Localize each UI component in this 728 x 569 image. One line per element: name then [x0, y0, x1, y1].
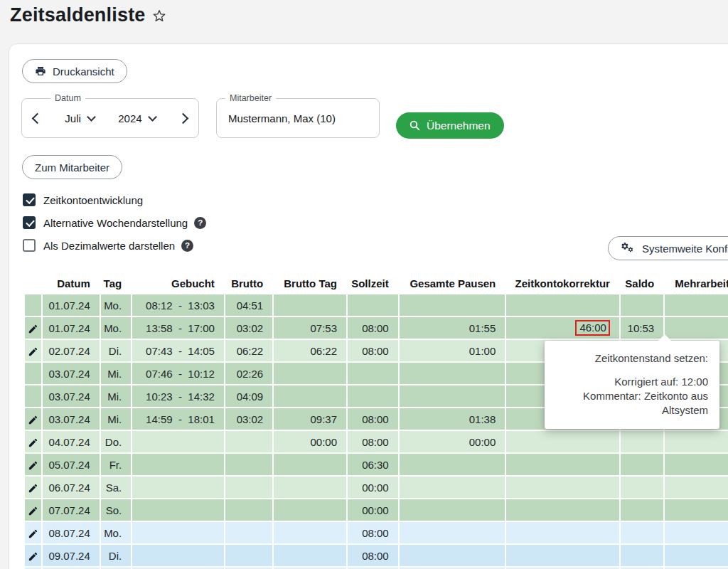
cell-sollzeit: 00:00: [348, 477, 398, 498]
cell-pausen: [400, 363, 505, 384]
help-icon[interactable]: ?: [194, 217, 206, 229]
employee-field[interactable]: Mitarbeiter Mustermann, Max (10): [216, 98, 380, 138]
cell-datum: 06.07.24: [43, 477, 100, 498]
cell-mehr: [665, 294, 728, 316]
apply-label: Übernehmen: [427, 119, 491, 132]
cell-tag: Di.: [101, 545, 131, 566]
checkbox[interactable]: [23, 216, 36, 229]
employee-input[interactable]: Mustermann, Max (10): [228, 112, 336, 124]
month-select[interactable]: Juli: [65, 112, 95, 124]
cell-tag: Mo.: [101, 294, 131, 316]
to-employee-button[interactable]: Zum Mitarbeiter: [22, 155, 122, 179]
previous-month-button[interactable]: [32, 112, 43, 124]
table-row: 01.07.24 Mo. 13:58 - 17:00 03:02 07:53 0…: [25, 317, 728, 339]
cell-brutto-tag: [274, 363, 346, 384]
cell-sollzeit: [348, 363, 398, 384]
cell-brutto-tag: [274, 454, 346, 475]
cell-sollzeit: 08:00: [348, 317, 398, 339]
cell-gebucht: 08:12 - 13:03: [132, 294, 224, 316]
cell-edit: [25, 454, 41, 475]
print-view-button[interactable]: Druckansicht: [22, 59, 127, 83]
cell-brutto-tag: 07:53: [274, 317, 346, 339]
cell-sollzeit: 00:00: [348, 499, 398, 521]
cell-datum: 01.07.24: [43, 294, 100, 316]
to-employee-label: Zum Mitarbeiter: [35, 161, 109, 174]
system-config-label: Systemweite Konfiguration: [642, 243, 728, 255]
favorite-star-icon[interactable]: [152, 9, 166, 23]
next-month-button[interactable]: [178, 112, 189, 124]
edit-pencil-icon[interactable]: [28, 437, 38, 448]
cell-gebucht: [132, 545, 224, 566]
cell-datum: 04.07.24: [43, 431, 100, 452]
option-row: Alternative Wochendarstellung ?: [23, 211, 206, 234]
option-row: Zeitkontoentwicklung: [23, 188, 206, 211]
cell-pausen: [400, 477, 505, 498]
apply-button[interactable]: Übernehmen: [396, 112, 504, 139]
column-header: Sollzeit: [348, 273, 398, 293]
cell-brutto-tag: 06:22: [274, 340, 346, 361]
checkbox[interactable]: [23, 193, 36, 206]
search-icon: [410, 120, 420, 131]
system-config-button[interactable]: Systemweite Konfiguration: [608, 236, 728, 260]
employee-field-legend: Mitarbeiter: [225, 92, 276, 104]
printer-icon: [35, 65, 46, 77]
edit-pencil-icon[interactable]: [28, 528, 38, 539]
cell-korrektur: [506, 545, 619, 566]
correction-value[interactable]: 46:00: [575, 320, 610, 336]
cell-saldo: [621, 294, 663, 316]
column-header: [25, 273, 41, 293]
cell-saldo: [621, 454, 663, 475]
table-row: 08.07.24 Mo. 08:00: [25, 522, 728, 543]
cell-brutto-tag: [274, 385, 346, 407]
cell-mehr: [665, 431, 728, 452]
cell-mehr: [665, 317, 728, 339]
cell-korrektur: [506, 294, 619, 316]
cell-brutto: [225, 431, 272, 452]
tooltip-caret: [658, 334, 671, 341]
cell-saldo: [621, 499, 663, 521]
column-header: Zeitkontokorrektur: [506, 273, 619, 293]
cell-tag: Mo.: [101, 522, 131, 543]
column-header: Gesamte Pausen: [400, 273, 505, 293]
cell-gebucht: [132, 454, 224, 475]
table-row: 09.07.24 Di. 08:00: [25, 545, 728, 566]
cell-brutto: 04:09: [225, 385, 272, 407]
tooltip-comment-line: Kommentar: Zeitkonto aus Altsystem: [556, 389, 708, 418]
table-row: 04.07.24 Do. 00:00 08:00 00:00: [25, 431, 728, 452]
cell-mehr: [665, 477, 728, 498]
edit-pencil-icon[interactable]: [28, 483, 38, 494]
edit-pencil-icon[interactable]: [28, 324, 38, 334]
column-header: Datum: [43, 273, 100, 293]
cell-korrektur: 46:00: [506, 317, 619, 339]
edit-pencil-icon[interactable]: [28, 460, 38, 471]
print-view-label: Druckansicht: [53, 65, 114, 78]
year-select[interactable]: 2024: [118, 112, 155, 124]
cell-sollzeit: 08:00: [348, 522, 398, 543]
edit-pencil-icon[interactable]: [28, 415, 38, 425]
cell-korrektur: [506, 454, 619, 475]
cell-brutto-tag: [274, 477, 346, 498]
cell-sollzeit: 08:00: [348, 408, 398, 430]
cell-edit: [25, 294, 41, 316]
edit-pencil-icon[interactable]: [28, 506, 38, 516]
cell-tag: Mo.: [101, 317, 131, 339]
checkbox[interactable]: [23, 239, 36, 252]
cell-sollzeit: [348, 385, 398, 407]
table-row: 01.07.24 Mo. 08:12 - 13:03 04:51: [25, 294, 728, 316]
cell-datum: 01.07.24: [43, 317, 100, 339]
cell-pausen: 01:00: [400, 340, 505, 361]
cell-pausen: [400, 294, 505, 316]
help-icon[interactable]: ?: [181, 240, 193, 252]
cell-korrektur: [506, 522, 619, 543]
cell-korrektur: [506, 499, 619, 521]
edit-pencil-icon[interactable]: [28, 551, 38, 562]
cell-datum: 03.07.24: [43, 408, 100, 430]
cell-datum: 09.07.24: [43, 545, 100, 566]
cell-tag: Mi.: [101, 363, 131, 384]
cell-gebucht: [132, 522, 224, 543]
cell-saldo: [621, 545, 663, 566]
edit-pencil-icon[interactable]: [28, 346, 38, 357]
cell-gebucht: 07:46 - 10:12: [132, 363, 224, 384]
cell-brutto-tag: [274, 545, 346, 566]
cell-pausen: [400, 499, 505, 521]
